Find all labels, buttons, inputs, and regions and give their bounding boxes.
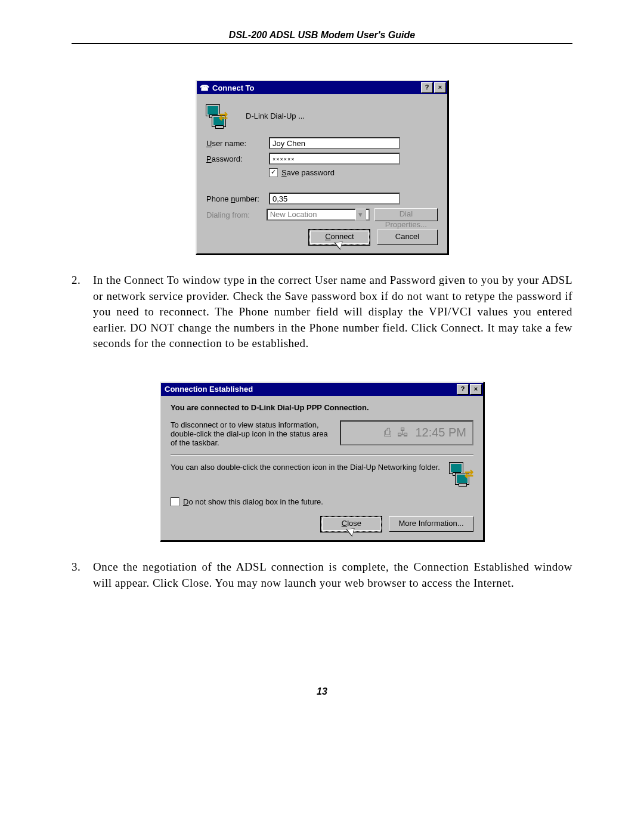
help-button[interactable]: ? bbox=[457, 384, 469, 395]
instruction-step-2: 2. In the Connect To window type in the … bbox=[72, 272, 572, 352]
dialing-from-label: Dialing from: bbox=[206, 210, 267, 219]
chevron-down-icon: ▾ bbox=[355, 209, 366, 221]
folder-instructions: You can also double-click the connection… bbox=[171, 463, 450, 472]
password-input[interactable]: ×××××× bbox=[269, 153, 400, 165]
dial-properties-button[interactable]: Dial Properties... bbox=[374, 208, 438, 221]
instruction-step-3: 3. Once the negotiation of the ADSL conn… bbox=[72, 559, 572, 591]
connection-established-dialog: Connection Established ? × You are conne… bbox=[160, 382, 484, 541]
system-tray-mock: ⎙ 🖧 12:45 PM bbox=[340, 420, 473, 445]
close-button[interactable]: × bbox=[434, 82, 446, 93]
printer-icon: ⎙ bbox=[384, 426, 391, 439]
connection-established-titlebar: Connection Established ? × bbox=[161, 383, 483, 396]
cancel-button[interactable]: Cancel bbox=[377, 230, 438, 245]
connect-to-titlebar: ☎ Connect To ? × bbox=[197, 81, 447, 94]
close-button[interactable]: × bbox=[470, 384, 482, 395]
network-icon: 🖧 bbox=[397, 426, 409, 439]
save-password-checkbox[interactable]: ✓ Save password bbox=[269, 168, 335, 177]
dont-show-label: Do not show this dialog box in the futur… bbox=[183, 497, 323, 506]
dont-show-checkbox[interactable]: Do not show this dialog box in the futur… bbox=[171, 497, 323, 506]
dialup-icon: ☎ bbox=[199, 83, 210, 92]
dialing-from-select[interactable]: New Location ▾ bbox=[267, 209, 370, 221]
page-number: 13 bbox=[72, 686, 572, 697]
username-input[interactable]: Joy Chen bbox=[269, 137, 400, 149]
dialup-connection-icon: ⇄ bbox=[450, 463, 473, 484]
connect-to-dialog: ☎ Connect To ? × ⇄ D-Link Dial-Up ... Us… bbox=[196, 80, 448, 255]
connected-headline: You are connected to D-Link Dial-Up PPP … bbox=[171, 403, 473, 412]
phone-number-input[interactable]: 0,35 bbox=[269, 193, 400, 205]
connection-name: D-Link Dial-Up ... bbox=[246, 112, 305, 120]
password-label: Password: bbox=[206, 154, 269, 163]
disconnect-instructions: To disconnect or to view status informat… bbox=[171, 420, 340, 447]
phone-number-label: Phone number: bbox=[206, 194, 269, 203]
page-header: DSL-200 ADSL USB Modem User's Guide bbox=[72, 30, 572, 44]
connection-established-title: Connection Established bbox=[163, 385, 456, 394]
username-label: User name: bbox=[206, 139, 269, 148]
dialup-connection-icon: ⇄ bbox=[206, 105, 228, 126]
connect-to-title: Connect To bbox=[210, 83, 420, 92]
more-information-button[interactable]: More Information... bbox=[389, 516, 473, 532]
tray-time: 12:45 PM bbox=[415, 426, 466, 439]
help-button[interactable]: ? bbox=[421, 82, 433, 93]
save-password-label: Save password bbox=[281, 168, 335, 177]
